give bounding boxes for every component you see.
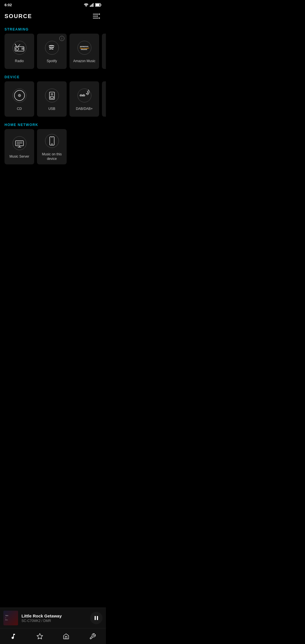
radio-source-item[interactable]: Radio (5, 34, 34, 69)
svg-point-11 (97, 16, 98, 17)
streaming-partial-item (102, 34, 106, 69)
usb-icon (43, 87, 60, 104)
dab-source-item[interactable]: dab + DAB/DAB+ (69, 81, 99, 117)
cd-label: CD (17, 107, 22, 111)
wifi-icon (84, 3, 88, 7)
header: SOURCE (0, 9, 106, 25)
status-icons (84, 3, 101, 7)
music-on-device-source-item[interactable]: Music on this device (37, 129, 67, 164)
cd-source-item[interactable]: CD (5, 81, 34, 117)
signal-icon (90, 3, 94, 7)
streaming-section-label: STREAMING (0, 25, 106, 34)
svg-point-21 (23, 47, 23, 48)
svg-point-31 (19, 95, 20, 96)
device-section-label: DEVICE (0, 72, 106, 81)
svg-point-13 (99, 18, 100, 19)
svg-point-23 (45, 41, 59, 55)
svg-rect-6 (96, 4, 100, 6)
svg-point-9 (99, 14, 100, 15)
svg-point-18 (16, 47, 19, 50)
home-network-grid: Music Server Music on this device (0, 129, 106, 168)
svg-point-20 (21, 49, 22, 49)
usb-label: USB (48, 107, 55, 111)
spotify-label: Spotify (47, 59, 57, 64)
music-server-icon (11, 135, 28, 152)
svg-rect-1 (90, 6, 91, 7)
status-bar: 6:02 (0, 0, 106, 9)
usb-source-item[interactable]: USB (37, 81, 67, 117)
svg-point-24 (46, 42, 58, 53)
svg-rect-3 (92, 4, 93, 7)
amazon-music-source-item[interactable]: amazon music Amazon Music (69, 34, 99, 69)
svg-rect-36 (50, 97, 54, 98)
spotify-source-item[interactable]: Spotify i (37, 34, 67, 69)
dab-label: DAB/DAB+ (76, 107, 93, 111)
dab-icon: dab + (76, 87, 93, 104)
svg-rect-4 (93, 3, 94, 7)
svg-text:dab: dab (80, 93, 85, 97)
svg-point-49 (51, 143, 53, 145)
radio-label: Radio (15, 59, 24, 64)
amazon-music-icon: amazon music (76, 39, 93, 56)
music-server-label: Music Server (9, 155, 29, 159)
svg-point-19 (21, 47, 22, 48)
device-grid: CD USB dab + (0, 81, 106, 120)
amazon-music-label: Amazon Music (73, 59, 95, 64)
svg-point-0 (86, 6, 87, 7)
svg-rect-15 (15, 47, 24, 51)
phone-icon (43, 132, 60, 149)
svg-point-47 (45, 134, 59, 148)
music-on-device-label: Music on this device (37, 152, 67, 161)
svg-point-25 (78, 41, 91, 55)
svg-rect-7 (101, 4, 101, 6)
filter-lines-icon (92, 13, 100, 19)
svg-point-32 (45, 89, 59, 102)
svg-rect-48 (50, 137, 54, 145)
svg-line-16 (15, 44, 17, 47)
cd-icon (11, 87, 28, 104)
svg-point-22 (23, 49, 23, 49)
svg-line-17 (18, 44, 20, 47)
spotify-icon (43, 39, 60, 56)
streaming-grid: Radio Spotify i amazon music (0, 34, 106, 72)
time: 6:02 (5, 3, 12, 7)
device-partial-item (102, 81, 106, 117)
page-title: SOURCE (5, 13, 32, 19)
svg-text:amazon: amazon (80, 45, 88, 48)
filter-button[interactable] (91, 11, 101, 21)
svg-point-50 (52, 137, 52, 138)
home-network-section-label: HOME NETWORK (0, 120, 106, 129)
svg-point-14 (13, 41, 26, 55)
battery-icon (95, 3, 101, 7)
radio-icon (11, 39, 28, 56)
svg-rect-2 (91, 5, 92, 7)
music-server-source-item[interactable]: Music Server (5, 129, 34, 164)
spotify-info-badge[interactable]: i (59, 36, 64, 41)
